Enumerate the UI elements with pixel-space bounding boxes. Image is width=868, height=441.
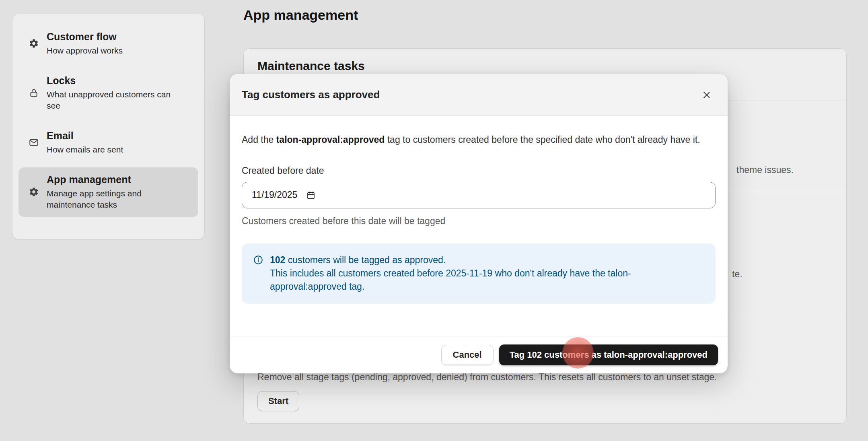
confirm-tag-button[interactable]: Tag 102 customers as talon-approval:appr…: [499, 344, 718, 365]
modal-body: Add the talon-approval:approved tag to c…: [230, 116, 728, 304]
created-before-date-input[interactable]: 11/19/2025: [242, 182, 716, 208]
date-field-help: Customers created before this date will …: [242, 216, 716, 227]
modal-title: Tag customers as approved: [242, 89, 380, 101]
calendar-icon[interactable]: [306, 190, 316, 200]
modal-footer: Cancel Tag 102 customers as talon-approv…: [230, 336, 728, 373]
date-value: 11/19/2025: [252, 190, 297, 200]
modal-header: Tag customers as approved: [230, 74, 728, 116]
info-banner-text: 102 customers will be tagged as approved…: [270, 253, 704, 294]
banner-line1: 102 customers will be tagged as approved…: [270, 253, 704, 267]
info-icon: [253, 255, 263, 267]
close-icon[interactable]: [698, 86, 716, 104]
banner-line2: This includes all customers created befo…: [270, 267, 704, 294]
tag-customers-modal: Tag customers as approved Add the talon-…: [230, 74, 728, 373]
info-banner: 102 customers will be tagged as approved…: [242, 243, 716, 304]
cancel-button[interactable]: Cancel: [441, 345, 494, 365]
modal-description: Add the talon-approval:approved tag to c…: [242, 133, 700, 147]
tag-name: talon-approval:approved: [276, 134, 385, 145]
date-field-label: Created before date: [242, 165, 716, 176]
